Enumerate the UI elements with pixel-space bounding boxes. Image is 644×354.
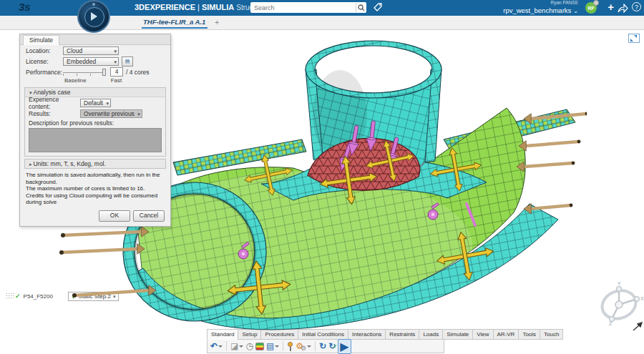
- triad-y-label: Y: [618, 281, 621, 286]
- info-line: The simulation is saved automatically, t…: [26, 172, 165, 185]
- brand-3dexperience: 3DEXPERIENCE: [135, 3, 195, 11]
- ok-button[interactable]: OK: [99, 210, 130, 222]
- new-tab-button[interactable]: +: [215, 18, 219, 26]
- 3ds-logo[interactable]: 3s: [19, 1, 31, 13]
- update-icon[interactable]: ↻: [319, 340, 326, 352]
- location-label: Location:: [26, 47, 63, 54]
- toolbar-separator: [315, 341, 316, 351]
- app-window: 3s 3DEXPERIENCE | SIMULIA Structural Sce…: [0, 0, 644, 354]
- experience-content-select[interactable]: Default: [80, 99, 111, 107]
- check-icon: ✓: [15, 292, 21, 300]
- brand-divider: |: [197, 3, 200, 11]
- mesh-icon: [6, 292, 14, 300]
- document-tab[interactable]: THF-tee-FLIR_a A.1: [143, 18, 205, 26]
- fullscreen-toggle[interactable]: [628, 34, 640, 43]
- slider-tick: [77, 74, 77, 76]
- search-input[interactable]: [250, 4, 356, 11]
- avatar-status-badge: [593, 0, 599, 6]
- mesh-status-item[interactable]: ✓ P54_F5200: [6, 292, 53, 300]
- add-content-button[interactable]: +: [608, 1, 614, 13]
- dropdown-caret[interactable]: [275, 345, 279, 348]
- document-tab-underline: [142, 27, 208, 29]
- license-select[interactable]: Embedded: [63, 57, 119, 66]
- brand-simulia: SIMULIA: [202, 3, 234, 11]
- license-details-button[interactable]: ▤: [122, 56, 133, 67]
- dropdown-caret[interactable]: [218, 345, 223, 348]
- help-icon[interactable]: ?: [632, 2, 641, 11]
- mesh-label: P54_F5200: [24, 293, 53, 300]
- slider-track: [63, 72, 106, 73]
- simulate-dialog-tabs: Simulate: [20, 34, 170, 45]
- analysis-case-group: Analysis case Experience content: Defaul…: [24, 87, 166, 157]
- cores-suffix: / 4 cores: [126, 69, 150, 76]
- settings-gears-icon[interactable]: ⚙⚙: [296, 340, 311, 352]
- avatar-initials: RP: [587, 6, 594, 11]
- license-label: License:: [26, 58, 63, 65]
- experience-content-label: Experience content:: [29, 96, 80, 110]
- dropdown-caret[interactable]: [307, 345, 311, 348]
- share-icon[interactable]: [618, 3, 628, 16]
- compass-play-icon[interactable]: [91, 12, 97, 21]
- toolbar-separator: [226, 341, 227, 351]
- triad-z-label: Z: [609, 321, 613, 326]
- search-bar[interactable]: [250, 2, 366, 13]
- workspace-dropdown[interactable]: rpv_west_benchmarks: [503, 7, 578, 14]
- description-textarea[interactable]: [29, 128, 162, 152]
- tab-simulate[interactable]: Simulate: [23, 35, 59, 45]
- slider-handle[interactable]: [102, 69, 106, 76]
- results-select[interactable]: Overwrite previous: [80, 109, 142, 118]
- cores-input[interactable]: 4: [110, 67, 123, 77]
- slider-tick: [63, 74, 64, 76]
- slider-tick: [90, 74, 91, 76]
- performance-label: Performance:: [26, 69, 63, 76]
- user-name: Ryan PANSE: [503, 1, 578, 6]
- compass-north-nub: [92, 3, 95, 6]
- user-block[interactable]: Ryan PANSE rpv_west_benchmarks: [503, 1, 578, 14]
- results-label: Results:: [29, 110, 80, 117]
- model-checks-icon[interactable]: ◷: [245, 340, 253, 352]
- axis-triad[interactable]: Y X Z: [600, 280, 644, 328]
- search-icon[interactable]: [356, 3, 366, 12]
- action-bar: Standard Setup Procedures Initial Condit…: [207, 329, 563, 353]
- description-label: Description for previous results:: [25, 119, 165, 127]
- performance-slider[interactable]: [63, 68, 106, 77]
- simulate-dialog: Simulate Location: Cloud License: Embedd…: [19, 34, 171, 227]
- units-section-header[interactable]: Units: mm, T, s, Kdeg, mol.: [24, 159, 166, 169]
- contour-results-icon[interactable]: [255, 340, 264, 352]
- triad-x-label: X: [640, 296, 644, 301]
- action-bar-icons: ↶ ◪ ◷ ▤ ⚙⚙ ↻ ↻✓ ▶: [207, 340, 444, 353]
- avatar[interactable]: RP: [585, 2, 597, 14]
- diagnostic-probe-icon[interactable]: [287, 342, 293, 351]
- compass[interactable]: [77, 0, 110, 33]
- simulation-info-text: The simulation is saved automatically, t…: [26, 172, 165, 206]
- view-manipulation-arrow-icon[interactable]: [633, 322, 643, 331]
- validate-icon[interactable]: ↻✓: [328, 340, 336, 352]
- location-select[interactable]: Cloud: [63, 46, 119, 55]
- info-line: Credits for using Cloud computing will b…: [26, 192, 165, 206]
- undo-icon[interactable]: ↶: [210, 340, 223, 352]
- part-display-icon[interactable]: ◪: [230, 340, 243, 352]
- toolbar-separator: [283, 341, 283, 351]
- slider-min-label: Baseline: [64, 77, 87, 84]
- tag-icon[interactable]: [373, 2, 383, 12]
- dropdown-caret[interactable]: [239, 345, 243, 348]
- run-simulation-icon[interactable]: ▶: [338, 339, 351, 354]
- slider-max-label: Fast: [111, 77, 122, 84]
- data-table-icon[interactable]: ▤: [266, 340, 279, 352]
- info-line: The maximum number of cores is limited t…: [26, 185, 165, 192]
- cancel-button[interactable]: Cancel: [133, 210, 165, 222]
